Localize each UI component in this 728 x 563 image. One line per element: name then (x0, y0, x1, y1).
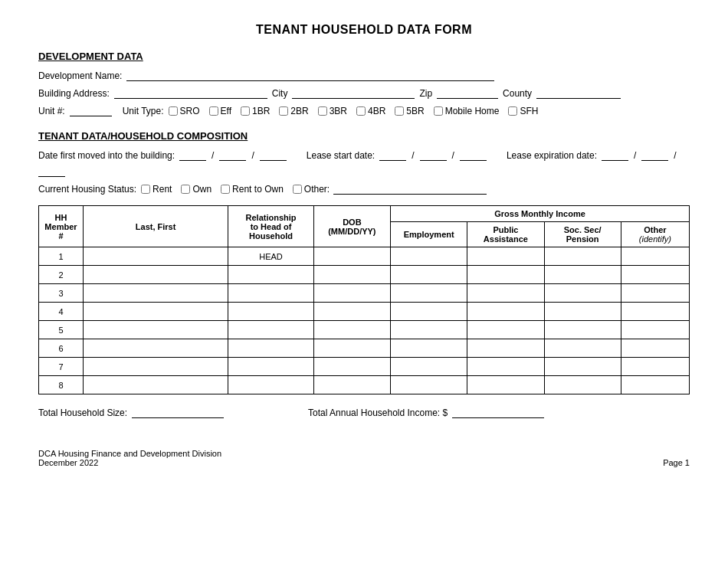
cell-soc[interactable] (544, 376, 621, 394)
cell-public[interactable] (467, 284, 544, 303)
slash5: / (634, 150, 636, 161)
cell-hh-num: 3 (39, 284, 84, 303)
cell-rel (228, 284, 313, 303)
rent-checkbox[interactable] (141, 185, 150, 194)
county-input[interactable] (536, 87, 621, 99)
lease-start-dd[interactable] (420, 149, 447, 161)
cell-other[interactable] (621, 376, 689, 394)
cell-other[interactable] (621, 284, 689, 303)
cell-other[interactable] (621, 358, 689, 376)
zip-input[interactable] (437, 87, 498, 99)
cell-other[interactable] (621, 247, 689, 266)
other-input[interactable] (333, 183, 487, 195)
cell-employment[interactable] (391, 247, 467, 266)
unit-input[interactable] (70, 105, 112, 116)
cell-name[interactable] (83, 376, 228, 394)
dev-name-label: Development Name: (38, 70, 122, 81)
move-in-dd[interactable] (219, 149, 246, 161)
cell-soc[interactable] (544, 247, 621, 266)
footer-date: December 2022 (38, 458, 221, 467)
cell-name[interactable] (83, 266, 228, 284)
sfh-checkbox[interactable] (508, 106, 517, 116)
own-checkbox[interactable] (181, 185, 190, 194)
cell-other[interactable] (621, 339, 689, 358)
cell-public[interactable] (467, 321, 544, 339)
cell-dob[interactable] (313, 284, 390, 303)
cell-dob[interactable] (313, 358, 390, 376)
cell-dob[interactable] (313, 247, 390, 266)
cell-hh-num: 7 (39, 358, 84, 376)
cell-other[interactable] (621, 321, 689, 339)
cell-employment[interactable] (391, 321, 467, 339)
cell-other[interactable] (621, 266, 689, 284)
cell-employment[interactable] (391, 266, 467, 284)
cell-public[interactable] (467, 247, 544, 266)
cell-hh-num: 4 (39, 303, 84, 321)
other-checkbox[interactable] (293, 185, 302, 194)
footer: DCA Housing Finance and Development Divi… (38, 441, 690, 467)
dev-name-input[interactable] (126, 70, 494, 81)
5br-checkbox[interactable] (395, 106, 404, 116)
3br-checkbox[interactable] (318, 106, 327, 116)
mobile-checkbox[interactable] (434, 106, 443, 116)
lease-exp-dd[interactable] (641, 149, 668, 161)
cell-name[interactable] (83, 247, 228, 266)
sro-checkbox[interactable] (169, 106, 178, 116)
cell-soc[interactable] (544, 303, 621, 321)
cell-employment[interactable] (391, 284, 467, 303)
cell-soc[interactable] (544, 339, 621, 358)
cell-soc[interactable] (544, 321, 621, 339)
cell-employment[interactable] (391, 358, 467, 376)
lease-exp-mm[interactable] (602, 149, 628, 161)
cell-soc[interactable] (544, 358, 621, 376)
cell-soc[interactable] (544, 266, 621, 284)
1br-checkbox[interactable] (241, 106, 250, 116)
move-in-yy[interactable] (260, 149, 287, 161)
cell-dob[interactable] (313, 376, 390, 394)
cell-dob[interactable] (313, 266, 390, 284)
4br-checkbox[interactable] (356, 106, 366, 116)
unit-type-checkboxes: SRO Eff 1BR 2BR 3BR 4BR 5BR Mobile Home (169, 106, 539, 116)
table-row: 5 (39, 321, 690, 339)
cell-public[interactable] (467, 303, 544, 321)
rent-to-own-label: Rent to Own (232, 184, 284, 195)
cell-name[interactable] (83, 321, 228, 339)
cell-public[interactable] (467, 339, 544, 358)
cell-other[interactable] (621, 303, 689, 321)
cell-name[interactable] (83, 284, 228, 303)
cell-employment[interactable] (391, 303, 467, 321)
unit-type-sfh: SFH (508, 106, 538, 116)
cell-dob[interactable] (313, 339, 390, 358)
cell-name[interactable] (83, 358, 228, 376)
mobile-label: Mobile Home (445, 106, 500, 116)
cell-dob[interactable] (313, 303, 390, 321)
lease-start-mm[interactable] (379, 149, 406, 161)
county-label: County (503, 88, 532, 99)
cell-public[interactable] (467, 266, 544, 284)
cell-public[interactable] (467, 358, 544, 376)
lease-start-yy[interactable] (460, 149, 487, 161)
5br-label: 5BR (406, 106, 424, 116)
cell-name[interactable] (83, 303, 228, 321)
household-table: HHMember# Last, First Relationshipto Hea… (38, 205, 690, 394)
cell-name[interactable] (83, 339, 228, 358)
move-in-mm[interactable] (179, 149, 206, 161)
cell-dob[interactable] (313, 321, 390, 339)
income-input[interactable] (452, 407, 544, 418)
cell-employment[interactable] (391, 376, 467, 394)
eff-checkbox[interactable] (209, 106, 218, 116)
cell-soc[interactable] (544, 284, 621, 303)
address-row: Building Address: City Zip County (38, 87, 690, 99)
address-input[interactable] (114, 87, 267, 99)
2br-checkbox[interactable] (279, 106, 288, 116)
address-label: Building Address: (38, 88, 110, 99)
other-label: Other: (304, 184, 330, 195)
cell-hh-num: 6 (39, 339, 84, 358)
table-row: 6 (39, 339, 690, 358)
cell-public[interactable] (467, 376, 544, 394)
hh-size-input[interactable] (132, 407, 224, 418)
cell-employment[interactable] (391, 339, 467, 358)
rent-to-own-checkbox[interactable] (221, 185, 230, 194)
city-input[interactable] (292, 87, 415, 99)
lease-exp-yy[interactable] (38, 165, 65, 177)
